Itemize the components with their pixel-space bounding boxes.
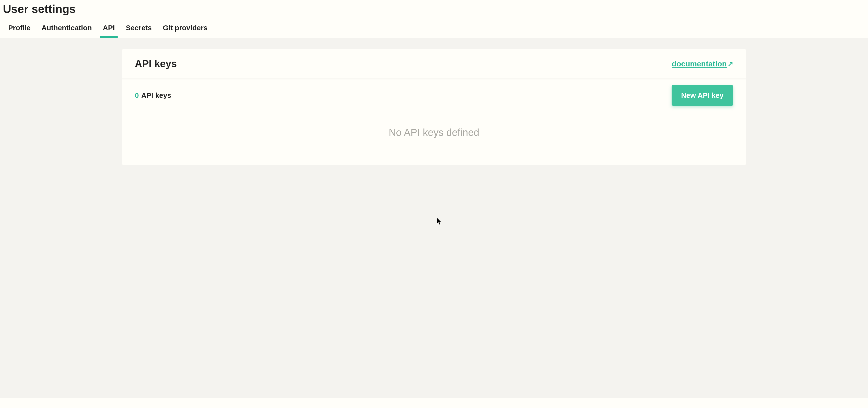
documentation-link-label: documentation	[672, 59, 727, 68]
tab-profile[interactable]: Profile	[7, 20, 31, 38]
card-title: API keys	[135, 58, 177, 69]
tab-api[interactable]: API	[102, 20, 116, 38]
tab-git-providers[interactable]: Git providers	[162, 20, 209, 38]
api-keys-card: API keys documentation ↗ 0 API keys New …	[122, 49, 746, 165]
new-api-key-button[interactable]: New API key	[672, 85, 733, 106]
card-header: API keys documentation ↗	[122, 49, 746, 78]
api-keys-count: 0 API keys	[135, 91, 171, 99]
documentation-link[interactable]: documentation ↗	[672, 59, 733, 68]
count-label: API keys	[141, 91, 171, 99]
content-area: API keys documentation ↗ 0 API keys New …	[0, 38, 868, 398]
page-header: User settings Profile Authentication API…	[0, 0, 868, 38]
empty-state-message: No API keys defined	[135, 127, 733, 138]
tabs-nav: Profile Authentication API Secrets Git p…	[3, 20, 865, 38]
card-subheader: 0 API keys New API key	[122, 78, 746, 112]
count-number: 0	[135, 91, 139, 99]
tab-authentication[interactable]: Authentication	[40, 20, 93, 38]
page-title: User settings	[3, 0, 865, 20]
external-link-icon: ↗	[727, 60, 733, 68]
tab-secrets[interactable]: Secrets	[125, 20, 153, 38]
card-body: No API keys defined	[122, 112, 746, 165]
